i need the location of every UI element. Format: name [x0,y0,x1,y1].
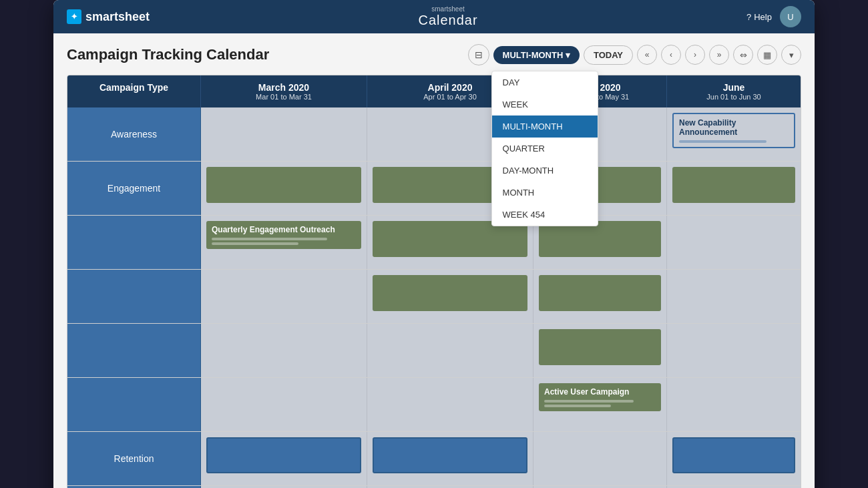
eng-march-2: Quarterly Engagement Outreach [201,216,367,269]
retention-label: Retention [67,432,201,485]
help-label: Help [754,12,772,22]
green-block [373,221,527,257]
calendar-button[interactable]: ▦ [757,45,777,65]
blue-block [672,437,795,473]
ret-june-1 [667,432,801,485]
page-title: Campaign Tracking Calendar [67,46,269,63]
engagement-label-hidden4 [67,378,201,431]
green-block [539,329,661,365]
engagement-label: Engagement [67,162,201,215]
green-block [539,275,661,311]
product-sub: smartsheet [418,5,477,13]
content-area: Campaign Tracking Calendar ⊟ MULTI-MONTH… [53,33,815,488]
nav-prev-button[interactable]: ‹ [661,45,681,65]
eng-march-1 [201,162,367,215]
help-button[interactable]: ? Help [746,12,772,22]
brand-name: smartsheet [85,10,150,24]
eng-june-1 [667,162,801,215]
green-block [539,221,661,257]
dropdown-item-quarter[interactable]: QUARTER [492,138,598,160]
eng-april-5 [367,378,533,431]
dropdown-item-day[interactable]: DAY [492,71,598,93]
quarterly-engagement-card[interactable]: Quarterly Engagement Outreach [206,221,361,249]
eng-april-3 [367,270,533,323]
view-mode-button[interactable]: MULTI-MONTH ▾ [493,46,580,64]
awareness-label: Awareness [67,107,201,161]
calendar-body: Awareness New Capability Announcement [67,107,801,488]
engagement-row-2: Quarterly Engagement Outreach [67,216,801,270]
eng-april-4 [367,324,533,377]
calendar-grid: Campaign Type March 2020 Mar 01 to Mar 3… [67,75,801,488]
blue-block [373,437,527,473]
engagement-label-hidden3 [67,324,201,377]
eng-june-4 [667,324,801,377]
dropdown-item-week[interactable]: WEEK [492,93,598,115]
nav-first-button[interactable]: « [637,45,657,65]
dropdown-item-week454[interactable]: WEEK 454 [492,204,598,226]
dropdown-item-daymonth[interactable]: DAY-MONTH [492,160,598,182]
dropdown-item-multimonth[interactable]: MULTI-MONTH [492,115,598,138]
new-capability-card[interactable]: New Capability Announcement [672,113,795,148]
eng-march-3 [201,270,367,323]
ret-april-1 [367,432,533,485]
brand-logo: ✦ smartsheet [67,9,150,24]
product-title: Calendar [418,13,477,28]
ret-march-1 [201,432,367,485]
green-block [206,167,361,203]
topbar: ✦ smartsheet smartsheet Calendar ? Help … [53,0,815,33]
green-block [373,275,527,311]
toolbar: Campaign Tracking Calendar ⊟ MULTI-MONTH… [67,44,801,65]
eng-june-5 [667,378,801,431]
ret-may-1 [533,432,667,485]
topbar-right: ? Help U [746,6,801,27]
eng-march-4 [201,324,367,377]
logo-icon: ✦ [67,9,81,24]
dropdown-item-month[interactable]: MONTH [492,182,598,204]
filter-button[interactable]: ⊟ [468,44,489,65]
awareness-june-cell: New Capability Announcement [667,107,801,161]
topbar-center: smartsheet Calendar [418,5,477,28]
card-bar-1 [212,238,327,240]
header-campaign-type: Campaign Type [67,75,201,107]
eng-may-5: Active User Campaign [533,378,667,431]
app-window: ✦ smartsheet smartsheet Calendar ? Help … [53,0,815,488]
green-block [672,167,795,203]
more-options-button[interactable]: ▾ [781,45,801,65]
card-bar-2 [544,405,611,407]
nav-last-button[interactable]: » [709,45,729,65]
blue-block [206,437,361,473]
question-icon: ? [746,12,751,22]
card-bar-2 [212,242,298,245]
eng-march-5 [201,378,367,431]
awareness-row: Awareness New Capability Announcement [67,107,801,162]
retention-row-1: Retention [67,432,801,486]
header-june: June Jun 01 to Jun 30 [667,75,801,107]
card-bar [679,140,767,143]
engagement-label-hidden2 [67,270,201,323]
active-user-card[interactable]: Active User Campaign [539,383,661,411]
engagement-row-3 [67,270,801,324]
engagement-label-hidden [67,216,201,269]
calendar-header: Campaign Type March 2020 Mar 01 to Mar 3… [67,75,801,107]
eng-june-3 [667,270,801,323]
today-button[interactable]: TODAY [584,45,633,65]
awareness-march-cell [201,107,367,161]
eng-may-4 [533,324,667,377]
nav-next-button[interactable]: › [685,45,705,65]
eng-may-3 [533,270,667,323]
eng-june-2 [667,216,801,269]
toolbar-right: ⊟ MULTI-MONTH ▾ DAY WEEK MULTI-MONTH QUA… [468,44,801,65]
engagement-row-5: Active User Campaign [67,378,801,432]
link-button[interactable]: ⇔ [733,45,753,65]
engagement-row-1: Engagement [67,162,801,216]
header-march: March 2020 Mar 01 to Mar 31 [201,75,367,107]
avatar[interactable]: U [780,6,801,27]
engagement-row-4 [67,324,801,378]
card-bar-1 [544,400,634,403]
view-dropdown: DAY WEEK MULTI-MONTH QUARTER DAY-MONTH M… [491,71,598,226]
